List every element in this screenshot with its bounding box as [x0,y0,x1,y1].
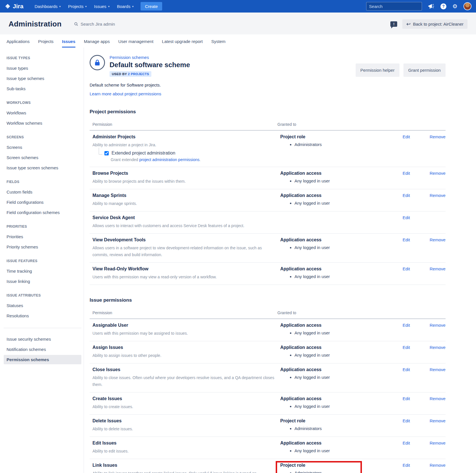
sub-permission-label: Extended project administration [112,151,175,156]
sidebar-item-issue-linking[interactable]: Issue linking [4,277,81,286]
remove-link[interactable]: Remove [430,171,446,176]
nav-item-dashboards[interactable]: Dashboards▾ [31,4,64,9]
nav-item-projects[interactable]: Projects▾ [64,4,90,9]
remove-cell: Remove [430,237,446,258]
sidebar-item-workflows[interactable]: Workflows [4,108,81,118]
remove-link[interactable]: Remove [430,266,446,271]
edit-link[interactable]: Edit [403,237,410,242]
tab-latest-upgrade-report[interactable]: Latest upgrade report [162,39,203,48]
sidebar-item-field-configurations[interactable]: Field configurations [4,198,81,207]
granted-list: Any logged in user [294,330,403,336]
edit-link[interactable]: Edit [403,463,410,468]
sidebar-item-issue-type-schemes[interactable]: Issue type schemes [4,74,81,83]
brand-label: Jira [13,3,23,10]
edit-cell: Edit [403,441,430,455]
tab-projects[interactable]: Projects [38,39,53,48]
edit-link[interactable]: Edit [403,367,410,372]
nav-item-boards[interactable]: Boards▾ [113,4,137,9]
edit-link[interactable]: Edit [403,323,410,328]
edit-link[interactable]: Edit [403,266,410,271]
extended-admin-checkbox[interactable] [104,151,109,155]
breadcrumb[interactable]: Permission schemes [110,55,149,60]
announcements-icon[interactable] [428,3,434,9]
sidebar-item-field-configuration-schemes[interactable]: Field configuration schemes [4,208,81,217]
permission-name: Link Issues [92,463,277,468]
sub-permission-note: Grant extended project administration pe… [111,157,277,162]
user-avatar[interactable] [463,2,471,10]
permission-description: Allows users to interact with customers … [92,222,275,229]
scheme-title: Default software scheme [110,61,190,69]
edit-cell: Edit [403,237,430,258]
remove-link[interactable]: Remove [430,367,446,372]
primary-nav: Dashboards▾Projects▾Issues▾Boards▾ [31,4,137,9]
feedback-icon[interactable]: ! [390,21,397,27]
permission-sections: Project permissionsPermissionGranted toA… [90,109,446,473]
column-header-granted-to: Granted to [277,310,403,315]
nav-item-issues[interactable]: Issues▾ [90,4,113,9]
remove-link[interactable]: Remove [430,441,446,445]
edit-link[interactable]: Edit [403,441,410,445]
tab-user-management[interactable]: User management [118,39,153,48]
admin-search[interactable]: Search Jira admin [74,22,115,26]
sidebar-item-screen-schemes[interactable]: Screen schemes [4,153,81,162]
edit-link[interactable]: Edit [403,193,410,198]
navbar-right: ? ⚙ [366,2,471,11]
edit-link[interactable]: Edit [403,215,410,220]
remove-link[interactable]: Remove [430,134,446,139]
edit-cell: Edit [403,266,430,280]
remove-link[interactable]: Remove [430,193,446,198]
sidebar-item-custom-fields[interactable]: Custom fields [4,187,81,197]
sidebar-item-permission-schemes[interactable]: Permission schemes [4,355,81,364]
jira-logo[interactable]: Jira [5,3,23,10]
edit-link[interactable]: Edit [403,134,410,139]
tab-applications[interactable]: Applications [7,39,30,48]
remove-link[interactable]: Remove [430,237,446,242]
remove-link[interactable]: Remove [430,323,446,328]
edit-link[interactable]: Edit [403,171,410,176]
sidebar-item-resolutions[interactable]: Resolutions [4,311,81,320]
back-to-project-button[interactable]: Back to project: AirCleaner [402,19,467,29]
tab-manage-apps[interactable]: Manage apps [84,39,110,48]
create-button[interactable]: Create [141,2,162,11]
tab-system[interactable]: System [211,39,226,48]
edit-link[interactable]: Edit [403,418,410,423]
edit-link[interactable]: Edit [403,345,410,350]
sidebar-group-priorities: PRIORITIESPrioritiesPriority schemes [4,225,81,252]
edit-link[interactable]: Edit [403,396,410,401]
sidebar-item-issue-security-schemes[interactable]: Issue security schemes [4,334,81,344]
remove-link[interactable]: Remove [430,345,446,350]
tab-issues[interactable]: Issues [62,39,75,48]
sidebar-item-screens[interactable]: Screens [4,143,81,152]
edit-cell: Edit [403,418,430,432]
table-project-permissions: PermissionGranted toAdminister ProjectsA… [90,120,446,285]
permission-cell: Administer ProjectsAbility to administer… [92,134,277,163]
project-admin-permissions-link[interactable]: project administration permissions [139,157,199,162]
global-search-input[interactable] [369,4,426,9]
gear-icon[interactable]: ⚙ [452,3,458,9]
sidebar-item-workflow-schemes[interactable]: Workflow schemes [4,118,81,128]
permission-cell: Assign IssuesAbility to assign issues to… [92,345,277,359]
sidebar-item-sub-tasks[interactable]: Sub-tasks [4,84,81,93]
remove-cell: Remove [430,441,446,455]
remove-link[interactable]: Remove [430,396,446,401]
sidebar-item-priorities[interactable]: Priorities [4,232,81,241]
sidebar-item-issue-types[interactable]: Issue types [4,63,81,73]
granted-item: Any logged in user [294,178,403,184]
edit-cell: Edit [403,134,430,163]
grant-permission-button[interactable]: Grant permission [403,63,446,77]
sidebar-item-priority-schemes[interactable]: Priority schemes [4,242,81,252]
remove-link[interactable]: Remove [430,463,446,468]
sidebar-item-time-tracking[interactable]: Time tracking [4,266,81,276]
admin-header: Administration Search Jira admin ! Back … [0,13,476,34]
learn-more-link[interactable]: Learn more about project permissions [90,91,161,96]
scheme-actions: Permission helperGrant permission [356,63,446,77]
sidebar-item-statuses[interactable]: Statuses [4,301,81,310]
sidebar-item-notification-schemes[interactable]: Notification schemes [4,345,81,354]
permission-name: Assignable User [92,323,277,328]
sidebar-group-heading: ISSUE FEATURES [4,259,81,263]
help-icon[interactable]: ? [440,3,446,9]
permission-name: Create Issues [92,396,277,401]
remove-link[interactable]: Remove [430,418,446,423]
permission-helper-button[interactable]: Permission helper [356,63,399,77]
sidebar-item-issue-type-screen-schemes[interactable]: Issue type screen schemes [4,163,81,172]
